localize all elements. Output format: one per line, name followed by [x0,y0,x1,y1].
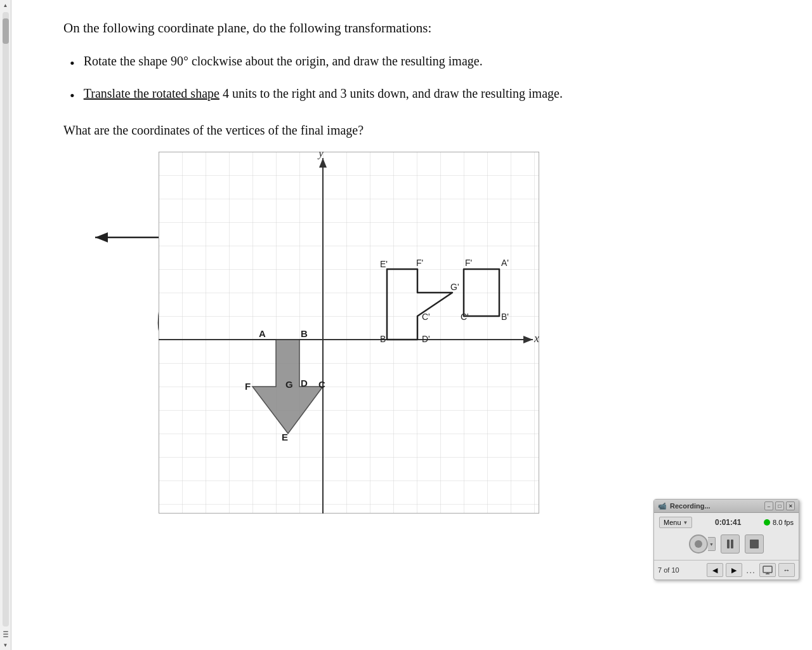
prev-button[interactable]: ◀ [707,563,723,577]
svg-text:D': D' [422,334,430,344]
coordinate-plane: x y A B D F E [159,152,539,514]
scroll-grip [3,633,8,635]
widget-body: Menu ▼ 0:01:41 8.0 fps ▼ [654,513,799,560]
recording-widget[interactable]: 📹 Recording... – □ ✕ Menu ▼ 0:01:41 8.0 … [653,499,799,580]
scroll-down-arrow[interactable]: ▼ [1,640,11,650]
stop-button[interactable] [745,534,764,554]
menu-button[interactable]: Menu ▼ [659,517,692,528]
fps-value: 8.0 fps [773,519,794,526]
bullet-list: • Rotate the shape 90° clockwise about t… [63,51,596,106]
svg-marker-1 [95,232,108,242]
bullet-item-1: • Rotate the shape 90° clockwise about t… [70,51,596,74]
fps-indicator-dot [764,519,770,526]
maximize-button[interactable]: □ [775,501,784,510]
minimize-button[interactable]: – [764,501,773,510]
fps-display: 8.0 fps [764,519,794,526]
bullet-dot-2: • [70,85,75,106]
svg-text:E': E' [380,259,388,269]
svg-text:F: F [245,381,251,392]
more-options-dots[interactable]: ... [745,565,757,575]
monitor-icon [763,566,773,574]
svg-rect-30 [763,566,772,573]
svg-text:E: E [282,432,288,442]
bullet-2-text: Translate the rotated shape 4 units to t… [84,84,563,103]
widget-window-controls[interactable]: – □ ✕ [764,501,795,510]
widget-bottom-bar: 7 of 10 ◀ ▶ ... ↔ [654,560,799,580]
scroll-track [3,12,9,627]
left-scrollbar[interactable]: ▲ ▼ [0,0,11,650]
underlined-text: Translate the rotated shape [84,86,219,100]
widget-titlebar: 📹 Recording... – □ ✕ [654,500,799,513]
widget-title: Recording... [670,502,710,510]
svg-text:A: A [259,328,266,339]
close-button[interactable]: ✕ [786,501,795,510]
intro-text: On the following coordinate plane, do th… [63,19,596,37]
menu-dropdown-arrow: ▼ [683,520,688,526]
svg-text:C: C [318,379,325,390]
expand-button[interactable]: ↔ [778,563,795,577]
monitor-button[interactable] [759,563,776,577]
svg-text:A': A' [501,258,509,268]
page-indicator: 7 of 10 [658,566,679,574]
nav-controls[interactable]: ◀ ▶ ... ↔ [707,563,795,577]
scroll-grip [3,636,8,637]
recording-time: 0:01:41 [715,518,741,527]
next-button[interactable]: ▶ [726,563,742,577]
recording-controls-row[interactable]: ▼ [659,532,794,556]
pause-bar-left [727,540,730,548]
graph-area: x y A B D F E [95,152,501,526]
svg-text:G: G [285,379,293,390]
pause-button[interactable] [721,534,740,554]
bullet-item-2: • Translate the rotated shape 4 units to… [70,84,596,106]
record-button-inner [695,540,702,548]
svg-text:C': C' [422,312,430,322]
svg-rect-4 [159,152,539,514]
bullet-1-text: Rotate the shape 90° clockwise about the… [84,51,483,70]
record-dropdown[interactable]: ▼ [708,537,716,551]
svg-text:x: x [534,332,539,345]
svg-text:y: y [317,152,324,159]
svg-text:B': B' [501,312,509,322]
svg-text:D: D [301,378,308,388]
stop-square [750,540,759,548]
bullet-dot-1: • [70,53,75,74]
svg-text:B: B [301,328,308,339]
svg-text:B': B' [380,334,388,344]
record-button[interactable] [689,534,708,554]
svg-text:F': F' [465,258,472,268]
question-text: What are the coordinates of the vertices… [63,121,596,139]
svg-text:C': C' [461,312,469,322]
scroll-thumb[interactable] [3,18,9,44]
svg-text:F': F' [416,258,423,268]
scroll-grip [3,631,8,632]
widget-top-row: Menu ▼ 0:01:41 8.0 fps [659,517,794,528]
pause-bar-right [731,540,733,548]
svg-text:G': G' [450,282,459,292]
scroll-up-arrow[interactable]: ▲ [1,0,11,10]
